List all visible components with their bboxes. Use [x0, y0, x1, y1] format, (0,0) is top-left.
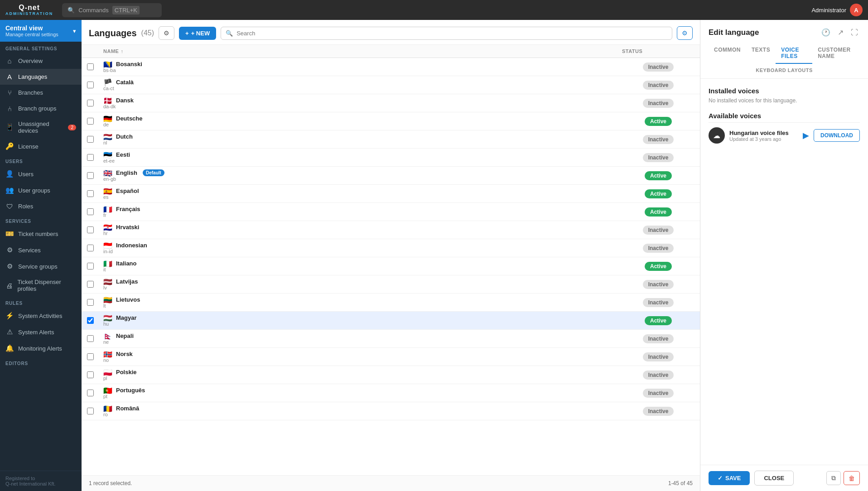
sidebar-section-editors: EDITORS — [0, 356, 82, 368]
table-row[interactable]: 🇪🇸EspañolesActive — [82, 185, 700, 203]
tab-texts[interactable]: TEXTS — [746, 43, 776, 64]
row-checkbox[interactable] — [87, 353, 94, 360]
status-badge: Inactive — [643, 153, 674, 162]
sidebar-item-users[interactable]: 👤 Users — [0, 166, 82, 182]
table-row[interactable]: 🇳🇵NepalineInactive — [82, 330, 700, 348]
table-row[interactable]: 🇮🇩Indonesianin-idInactive — [82, 239, 700, 257]
close-button[interactable]: CLOSE — [754, 471, 794, 486]
roles-icon: 🛡 — [5, 202, 14, 210]
table-row[interactable]: 🇧🇦Bosanskibs-baInactive — [82, 58, 700, 76]
lang-code: bs-ba — [103, 67, 622, 73]
filter-button[interactable]: ⚙ — [159, 26, 174, 40]
sidebar-item-user-groups[interactable]: 👥 User groups — [0, 182, 82, 198]
lang-code: ne — [103, 339, 622, 345]
row-checkbox[interactable] — [87, 154, 94, 161]
row-checkbox[interactable] — [87, 245, 94, 251]
sidebar-item-unassigned-devices[interactable]: 📱 Unassigned devices 2 — [0, 116, 82, 138]
table-row[interactable]: 🇩🇰Danskda-dkInactive — [82, 94, 700, 112]
column-toggle-button[interactable]: ⚙ — [677, 26, 693, 40]
lang-name: 🇵🇹Português — [103, 387, 622, 394]
sidebar-item-system-alerts[interactable]: ⚠ System Alerts — [0, 324, 82, 340]
sidebar-item-monitoring-alerts[interactable]: 🔔 Monitoring Alerts — [0, 340, 82, 356]
status-badge: Active — [645, 207, 672, 217]
share-button[interactable]: ↗ — [836, 27, 845, 38]
sidebar-item-system-activities[interactable]: ⚡ System Activities — [0, 308, 82, 324]
table-row[interactable]: 🇭🇺MagyarhuActive — [82, 312, 700, 330]
sidebar-item-roles[interactable]: 🛡 Roles — [0, 198, 82, 214]
flag-icon: 🇮🇩 — [103, 242, 112, 249]
sidebar-item-overview[interactable]: ⌂ Overview — [0, 53, 82, 69]
table-row[interactable]: 🇵🇱PolskieplInactive — [82, 366, 700, 384]
row-checkbox[interactable] — [87, 208, 94, 215]
table-row[interactable]: 🇱🇹LietuvosltInactive — [82, 294, 700, 312]
row-checkbox[interactable] — [87, 263, 94, 270]
lang-code: pt — [103, 394, 622, 399]
lang-name: 🇪🇪Eesti — [103, 151, 622, 158]
search-icon: 🔍 — [68, 7, 75, 14]
plus-icon: + — [185, 30, 189, 37]
copy-button[interactable]: ⧉ — [826, 471, 841, 485]
search-input-icon: 🔍 — [226, 30, 233, 37]
table-row[interactable]: 🏴Catalàca-ctInactive — [82, 76, 700, 94]
row-checkbox[interactable] — [87, 118, 94, 125]
row-checkbox[interactable] — [87, 226, 94, 233]
ticket-icon: 🎫 — [5, 230, 14, 238]
new-button[interactable]: + + NEW — [179, 27, 216, 40]
sidebar-central-view[interactable]: Central view Manage central settings ▾ — [0, 20, 82, 42]
table-row[interactable]: 🇳🇴NorsknoInactive — [82, 348, 700, 366]
lang-name: 🇳🇴Norsk — [103, 351, 622, 357]
table-row[interactable]: 🇪🇪Eestiet-eeInactive — [82, 149, 700, 167]
table-row[interactable]: 🇭🇷HrvatskihrInactive — [82, 221, 700, 239]
table-row[interactable]: 🇵🇹PortuguêsptInactive — [82, 384, 700, 402]
table-row[interactable]: 🇮🇹ItalianoitActive — [82, 257, 700, 275]
tab-voice-files[interactable]: VOICE FILES — [776, 43, 812, 64]
sidebar-item-services[interactable]: ⚙ Services — [0, 242, 82, 258]
status-badge: Inactive — [643, 244, 674, 253]
status-badge: Active — [645, 262, 672, 271]
play-button[interactable]: ▶ — [803, 130, 809, 140]
expand-button[interactable]: ⛶ — [849, 27, 860, 38]
table-row[interactable]: 🇬🇧EnglishDefaulten-gbActive — [82, 167, 700, 185]
sidebar-item-service-groups[interactable]: ⚙ Service groups — [0, 258, 82, 274]
delete-button[interactable]: 🗑 — [844, 471, 860, 485]
tab-common[interactable]: COMMON — [709, 43, 746, 64]
default-badge: Default — [143, 169, 164, 176]
user-avatar[interactable]: A — [850, 4, 863, 16]
sidebar-item-ticket-numbers[interactable]: 🎫 Ticket numbers — [0, 226, 82, 242]
check-icon: ✓ — [718, 475, 723, 481]
row-checkbox[interactable] — [87, 390, 94, 396]
table-row[interactable]: 🇷🇴RomânăroInactive — [82, 402, 700, 420]
row-checkbox[interactable] — [87, 408, 94, 414]
row-checkbox[interactable] — [87, 136, 94, 143]
row-checkbox[interactable] — [87, 299, 94, 306]
history-button[interactable]: 🕐 — [820, 27, 832, 38]
row-checkbox[interactable] — [87, 63, 94, 70]
sidebar-label-branch-groups: Branch groups — [18, 105, 57, 112]
command-search[interactable]: 🔍 Commands CTRL+K — [62, 3, 162, 17]
save-button[interactable]: ✓ SAVE — [709, 471, 750, 485]
sidebar-item-license[interactable]: 🔑 License — [0, 138, 82, 154]
sidebar-item-languages[interactable]: A Languages — [0, 69, 82, 85]
tab-keyboard-layouts[interactable]: KEYBOARD LAYOUTS — [750, 64, 818, 77]
table-row[interactable]: 🇱🇻LatvijaslvInactive — [82, 275, 700, 294]
sidebar-section-services: SERVICES — [0, 214, 82, 226]
row-checkbox[interactable] — [87, 335, 94, 342]
row-checkbox[interactable] — [87, 190, 94, 197]
sidebar-item-branches[interactable]: ⑂ Branches — [0, 85, 82, 101]
table-body: 🇧🇦Bosanskibs-baInactive🏴Catalàca-ctInact… — [82, 58, 700, 475]
row-checkbox[interactable] — [87, 100, 94, 106]
row-checkbox[interactable] — [87, 281, 94, 288]
tab-customer-name[interactable]: CUSTOMER NAME — [812, 43, 860, 64]
table-row[interactable]: 🇩🇪DeutschedeActive — [82, 112, 700, 130]
row-checkbox[interactable] — [87, 172, 94, 179]
lang-code: hu — [103, 321, 622, 327]
sidebar-item-ticket-dispenser[interactable]: 🖨 Ticket Dispenser profiles — [0, 274, 82, 296]
row-checkbox[interactable] — [87, 317, 94, 324]
download-button[interactable]: DOWNLOAD — [814, 129, 860, 142]
table-row[interactable]: 🇳🇱DutchnlInactive — [82, 130, 700, 149]
row-checkbox[interactable] — [87, 371, 94, 378]
search-input[interactable] — [236, 30, 667, 37]
sidebar-item-branch-groups[interactable]: ⑃ Branch groups — [0, 101, 82, 116]
table-row[interactable]: 🇫🇷FrançaisfrActive — [82, 203, 700, 221]
row-checkbox[interactable] — [87, 82, 94, 88]
